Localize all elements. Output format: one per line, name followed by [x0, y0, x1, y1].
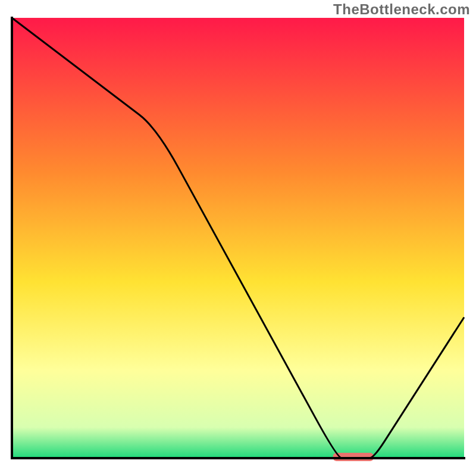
- watermark-text: TheBottleneck.com: [333, 1, 470, 18]
- bottleneck-chart: [0, 0, 476, 476]
- gradient-background: [12, 18, 464, 458]
- chart-container: { "watermark": "TheBottleneck.com", "cha…: [0, 0, 476, 476]
